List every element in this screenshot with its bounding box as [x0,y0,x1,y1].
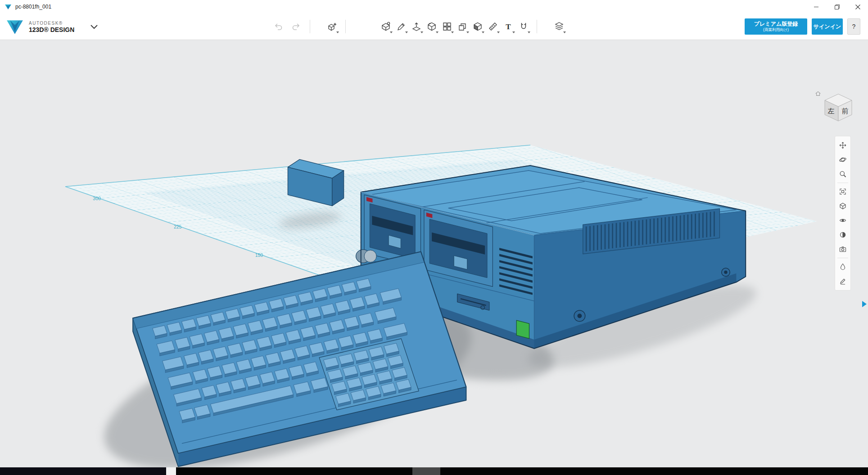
pan-icon[interactable] [836,138,850,152]
undo-button[interactable] [270,18,287,35]
app-toolbar: AUTODESK® 123D® DESIGN [0,13,868,40]
restore-button[interactable] [827,0,847,13]
view-cube[interactable]: 左 前 [815,90,855,125]
minimize-button[interactable] [806,0,827,13]
window-title: pc-8801fh_001 [15,4,51,10]
brand-line1: AUTODESK® [29,20,74,26]
modify-tool-icon[interactable] [424,18,439,35]
view-box-icon[interactable] [836,199,850,213]
premium-signup-button[interactable]: プレミアム版登録 (商業利用向け) [745,18,807,35]
zoom-icon[interactable] [836,167,850,181]
brand-icon [5,17,24,36]
snap-tool-icon[interactable] [516,18,531,35]
help-button[interactable]: ? [847,18,860,35]
svg-text:T: T [506,22,511,31]
appearance-icon[interactable] [836,228,850,242]
transform-tool-icon[interactable] [325,18,340,35]
sketch-tool-icon[interactable] [393,18,409,35]
measure-tool-icon[interactable] [485,18,501,35]
title-bar: pc-8801fh_001 [0,0,868,13]
toolbar-divider [310,20,310,33]
pattern-tool-icon[interactable] [439,18,455,35]
sketch-visibility-icon[interactable] [836,274,850,288]
construct-tool-icon[interactable] [409,18,424,35]
app-logo-icon [5,3,12,10]
text-tool-icon[interactable]: T [501,18,516,35]
green-button [516,320,529,339]
autodesk-123d-logo: AUTODESK® 123D® DESIGN [5,17,74,36]
model-keyboard[interactable] [133,252,466,467]
material-drop-icon[interactable] [836,260,850,274]
visibility-eye-icon[interactable] [836,213,850,228]
svg-text:300: 300 [93,196,101,201]
svg-text:225: 225 [174,224,182,229]
toolbar-divider [345,20,346,33]
screenshot-camera-icon[interactable] [836,242,850,256]
taskbar-sliver [0,467,868,475]
navigation-toolbar [835,136,851,291]
main-toolbar: T [270,18,567,35]
svg-text:150: 150 [255,253,263,258]
toolbar-divider [837,183,848,183]
primitives-tool-icon[interactable] [378,18,393,35]
panel-collapse-arrow[interactable] [862,301,867,307]
toolbar-divider [837,258,848,258]
materials-tool-icon[interactable] [552,18,567,35]
sign-in-button[interactable]: サインイン [812,18,843,35]
home-view-icon[interactable] [815,90,821,97]
toolbar-divider [537,20,537,33]
zoom-fit-icon[interactable] [836,184,850,199]
svg-text:前: 前 [842,107,849,115]
orbit-icon[interactable] [836,152,850,167]
document-menu-chevron[interactable] [89,23,99,31]
combine-tool-icon[interactable] [470,18,485,35]
svg-text:左: 左 [828,107,835,115]
redo-button[interactable] [287,18,304,35]
grouping-tool-icon[interactable] [455,18,470,35]
viewport-3d[interactable]: 300 225 150 75 [0,40,868,467]
brand-line2: 123D® DESIGN [29,26,74,33]
scene-svg[interactable]: 300 225 150 75 [0,40,868,467]
close-button[interactable] [847,0,868,13]
